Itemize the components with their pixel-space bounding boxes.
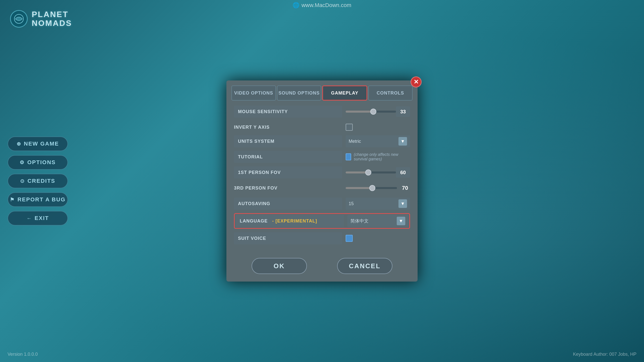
close-button[interactable]: ✕ [411, 76, 422, 87]
mouse-sensitivity-thumb[interactable] [370, 109, 376, 115]
units-system-control: Metric ▼ [346, 135, 410, 147]
fov-3rd-row: 3RD PERSON FOV 70 [234, 182, 410, 194]
suit-voice-checkbox[interactable] [346, 235, 353, 242]
autosaving-control: 15 ▼ [346, 198, 410, 210]
dialog-footer: OK CANCEL [226, 253, 418, 274]
tutorial-control: (change only affects new survival games) [346, 152, 410, 161]
mouse-sensitivity-slider-container [346, 111, 396, 113]
units-system-value: Metric [349, 139, 398, 144]
autosaving-arrow[interactable]: ▼ [398, 199, 407, 208]
autosaving-value: 15 [349, 201, 398, 206]
cancel-button[interactable]: CANCEL [337, 258, 392, 274]
ok-button[interactable]: OK [252, 258, 307, 274]
experimental-label: - [EXPERIMENTAL] [272, 218, 317, 224]
tab-video[interactable]: VIDEO OPTIONS [231, 85, 276, 101]
mouse-sensitivity-control: 33 [346, 106, 410, 117]
mouse-sensitivity-row: MOUSE SENSITIVITY 33 [234, 106, 410, 118]
autosaving-dropdown[interactable]: 15 ▼ [346, 198, 410, 210]
settings-content: MOUSE SENSITIVITY 33 INVERT Y AXIS [226, 101, 418, 253]
tabs-container: VIDEO OPTIONS SOUND OPTIONS GAMEPLAY CON… [226, 80, 418, 101]
language-row-wrapper: LANGUAGE - [EXPERIMENTAL] 简体中文 ▼ [234, 213, 410, 229]
suit-voice-row: SUIT VOICE [234, 232, 410, 244]
tab-gameplay[interactable]: GAMEPLAY [322, 85, 367, 101]
fov-3rd-label: 3RD PERSON FOV [234, 182, 342, 194]
fov-3rd-fill [346, 187, 372, 189]
invert-y-axis-label: INVERT Y AXIS [234, 121, 342, 133]
units-system-row: UNITS SYSTEM Metric ▼ [234, 135, 410, 147]
fov-3rd-thumb[interactable] [369, 185, 375, 191]
autosaving-label: AUTOSAVING [234, 198, 342, 210]
suit-voice-label: SUIT VOICE [234, 232, 342, 244]
dialog-overlay: ✕ VIDEO OPTIONS SOUND OPTIONS GAMEPLAY C… [0, 0, 644, 362]
tutorial-checkbox[interactable] [346, 153, 351, 160]
mouse-sensitivity-label: MOUSE SENSITIVITY [234, 106, 342, 118]
tutorial-row: TUTORIAL (change only affects new surviv… [234, 151, 410, 163]
language-value: 简体中文 [350, 218, 397, 224]
units-system-arrow[interactable]: ▼ [398, 137, 407, 146]
autosaving-row: AUTOSAVING 15 ▼ [234, 198, 410, 210]
tab-sound[interactable]: SOUND OPTIONS [277, 85, 321, 101]
fov-1st-slider-container [346, 171, 396, 173]
fov-3rd-slider-container [346, 187, 397, 189]
fov-3rd-control: 70 [346, 185, 410, 191]
close-icon: ✕ [414, 78, 419, 85]
fov-1st-label: 1ST PERSON FOV [234, 166, 342, 178]
tutorial-control-inner: (change only affects new survival games) [346, 152, 410, 161]
settings-dialog: ✕ VIDEO OPTIONS SOUND OPTIONS GAMEPLAY C… [226, 80, 418, 282]
tutorial-note: (change only affects new survival games) [354, 152, 410, 161]
invert-y-axis-control [346, 124, 410, 131]
units-system-dropdown[interactable]: Metric ▼ [346, 135, 410, 147]
tutorial-label: TUTORIAL [234, 151, 342, 163]
fov-3rd-value: 70 [400, 185, 410, 191]
fov-3rd-track[interactable] [346, 187, 397, 189]
invert-y-axis-checkbox[interactable] [346, 124, 353, 131]
fov-1st-control: 60 [346, 167, 410, 178]
units-system-label: UNITS SYSTEM [234, 135, 342, 147]
language-row: LANGUAGE - [EXPERIMENTAL] 简体中文 ▼ [236, 215, 408, 227]
language-dropdown[interactable]: 简体中文 ▼ [347, 215, 408, 227]
mouse-sensitivity-fill [346, 111, 373, 113]
suit-voice-control [346, 235, 410, 242]
fov-1st-fill [346, 171, 368, 173]
fov-1st-thumb[interactable] [365, 169, 371, 175]
language-label: LANGUAGE - [EXPERIMENTAL] [236, 215, 344, 227]
language-control: 简体中文 ▼ [347, 215, 408, 227]
mouse-sensitivity-value: 33 [396, 106, 410, 117]
mouse-sensitivity-track[interactable] [346, 111, 396, 113]
fov-1st-row: 1ST PERSON FOV 60 [234, 166, 410, 178]
fov-1st-track[interactable] [346, 171, 396, 173]
language-arrow[interactable]: ▼ [397, 217, 405, 225]
invert-y-axis-row: INVERT Y AXIS [234, 121, 410, 133]
fov-1st-value: 60 [396, 167, 410, 178]
tab-controls[interactable]: CONTROLS [368, 85, 413, 101]
